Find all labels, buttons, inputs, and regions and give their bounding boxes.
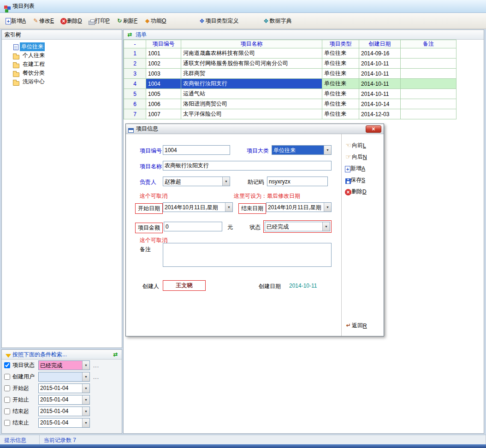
project-status-combo[interactable]: 已经完成 — [38, 360, 90, 370]
remark-cell[interactable] — [401, 48, 456, 59]
chevron-down-icon[interactable] — [225, 203, 232, 212]
start-to-combo[interactable]: 2015-01-04 — [38, 395, 90, 405]
project-type-cell[interactable]: 单位往来 — [322, 69, 359, 79]
row-number-cell[interactable]: 5 — [124, 89, 146, 99]
toolbar-button-refresh[interactable]: 刷新F — [113, 15, 141, 27]
chevron-down-icon[interactable] — [322, 222, 330, 231]
start-from-checkbox[interactable] — [4, 385, 10, 391]
project-type-cell[interactable]: 单位往来 — [322, 59, 359, 69]
end-date-button[interactable]: 结束日期 — [238, 203, 266, 214]
toolbar-button-project-type-define[interactable]: 项目类型定义 — [195, 15, 242, 27]
row-number-cell[interactable]: 4 — [124, 79, 146, 89]
project-code-cell[interactable]: 1003 — [146, 69, 181, 79]
row-number-cell[interactable]: 3 — [124, 69, 146, 79]
row-number-cell[interactable]: 1 — [124, 48, 146, 59]
swap-icon[interactable] — [126, 31, 133, 38]
create-date-cell[interactable]: 2014-09-16 — [359, 48, 401, 59]
swap-icon[interactable] — [112, 351, 119, 358]
project-code-cell[interactable]: 1005 — [146, 89, 181, 99]
chevron-down-icon[interactable] — [222, 177, 230, 186]
remark-cell[interactable] — [401, 89, 456, 99]
end-to-combo[interactable]: 2015-01-04 — [38, 418, 90, 428]
table-row[interactable]: 61006洛阳进润商贸公司单位往来2014-10-14 — [124, 99, 456, 109]
create-date-cell[interactable]: 2014-10-11 — [359, 79, 401, 89]
start-from-combo[interactable]: 2015-01-04 — [38, 383, 90, 393]
table-row[interactable]: 51005运通气站单位往来2014-10-11 — [124, 89, 456, 99]
chevron-down-icon[interactable] — [82, 419, 89, 427]
table-row[interactable]: 41004农商银行汝阳支行单位往来2014-10-11 — [124, 79, 456, 89]
project-type-cell[interactable]: 单位往来 — [322, 109, 359, 119]
table-row[interactable]: 21002通联支付网络服务股份有限公司河南分公司单位往来2014-10-11 — [124, 59, 456, 69]
create-date-cell[interactable]: 2014-10-14 — [359, 99, 401, 109]
project-code-cell[interactable]: 1007 — [146, 109, 181, 119]
project-code-cell[interactable]: 1001 — [146, 48, 181, 59]
end-date-combo[interactable]: 2014年10月11日,星期 — [266, 202, 332, 212]
dialog-delete-button[interactable]: 删除 D — [342, 186, 384, 197]
chevron-down-icon[interactable] — [82, 361, 89, 370]
create-user-checkbox[interactable] — [4, 374, 10, 380]
toolbar-button-delete[interactable]: 删除D — [57, 15, 85, 27]
remark-cell[interactable] — [401, 99, 456, 109]
table-row[interactable]: 71007太平洋保险公司单位往来2014-12-03 — [124, 109, 456, 119]
project-status-checkbox[interactable] — [4, 362, 10, 368]
row-number-cell[interactable]: 2 — [124, 59, 146, 69]
sidebar-item-4[interactable]: 餐饮分类 — [2, 69, 122, 77]
toolbar-button-edit[interactable]: 修改E — [29, 15, 57, 27]
project-name-cell[interactable]: 洛阳进润商贸公司 — [181, 99, 322, 109]
end-to-checkbox[interactable] — [4, 420, 10, 426]
create-user-more-button[interactable]: ... — [93, 374, 99, 380]
row-number-cell[interactable]: 6 — [124, 99, 146, 109]
end-from-checkbox[interactable] — [4, 408, 10, 414]
dialog-return-button[interactable]: 返回 R — [342, 320, 370, 331]
mnemonic-input[interactable] — [267, 177, 328, 186]
remark-cell[interactable] — [401, 59, 456, 69]
start-to-checkbox[interactable] — [4, 397, 10, 403]
end-from-combo[interactable]: 2015-01-04 — [38, 407, 90, 416]
create-date-cell[interactable]: 2014-12-03 — [359, 109, 401, 119]
chevron-down-icon[interactable] — [82, 372, 89, 381]
project-type-cell[interactable]: 单位往来 — [322, 99, 359, 109]
project-type-cell[interactable]: 单位往来 — [322, 48, 359, 59]
sidebar-item-1[interactable]: 单位往来 — [2, 42, 122, 51]
remark-textarea[interactable] — [163, 243, 332, 267]
remark-cell[interactable] — [401, 109, 456, 119]
create-date-cell[interactable]: 2014-10-11 — [359, 89, 401, 99]
chevron-down-icon[interactable] — [324, 203, 331, 212]
table-row[interactable]: 31003兆群商贸单位往来2014-10-11 — [124, 69, 456, 79]
toolbar-button-print[interactable]: 打印P — [85, 15, 113, 27]
dialog-add-button[interactable]: 新增 A — [342, 163, 384, 174]
row-number-cell[interactable]: 7 — [124, 109, 146, 119]
project-type-cell[interactable]: 单位往来 — [322, 79, 359, 89]
dialog-prev-button[interactable]: 向前 L — [342, 140, 384, 151]
chevron-down-icon[interactable] — [324, 146, 331, 154]
toolbar-button-function[interactable]: 功能O — [141, 15, 169, 27]
project-type-cell[interactable]: 单位往来 — [322, 89, 359, 99]
project-name-cell[interactable]: 太平洋保险公司 — [181, 109, 322, 119]
project-name-cell[interactable]: 兆群商贸 — [181, 69, 322, 79]
sidebar-item-3[interactable]: 在建工程 — [2, 60, 122, 69]
status-combo[interactable]: 已经完成 — [265, 222, 330, 231]
project-name-cell[interactable]: 运通气站 — [181, 89, 322, 99]
dialog-save-button[interactable]: 保存 S — [342, 174, 384, 186]
dialog-titlebar[interactable]: 项目信息 × — [126, 124, 384, 134]
project-name-cell[interactable]: 农商银行汝阳支行 — [181, 79, 322, 89]
start-date-combo[interactable]: 2014年10月11日,星期 — [163, 202, 233, 212]
project-name-cell[interactable]: 通联支付网络服务股份有限公司河南分公司 — [181, 59, 322, 69]
name-input[interactable] — [163, 161, 332, 171]
owner-combo[interactable]: 赵雅超 — [163, 177, 230, 186]
create-date-cell[interactable]: 2014-10-11 — [359, 69, 401, 79]
dialog-next-button[interactable]: 向后 N — [342, 151, 384, 163]
remark-cell[interactable] — [401, 69, 456, 79]
amount-input[interactable] — [164, 222, 222, 231]
chevron-down-icon[interactable] — [82, 395, 89, 404]
create-user-combo[interactable] — [38, 372, 90, 382]
sidebar-item-2[interactable]: 个人往来 — [2, 51, 122, 60]
chevron-down-icon[interactable] — [82, 384, 89, 393]
project-code-cell[interactable]: 1006 — [146, 99, 181, 109]
create-date-cell[interactable]: 2014-10-11 — [359, 59, 401, 69]
toolbar-button-data-dictionary[interactable]: 数据字典 — [259, 15, 295, 27]
amount-button[interactable]: 项目金额 — [135, 223, 163, 233]
project-code-cell[interactable]: 1002 — [146, 59, 181, 69]
chevron-down-icon[interactable] — [82, 407, 89, 416]
project-status-more-button[interactable]: ... — [93, 362, 99, 369]
